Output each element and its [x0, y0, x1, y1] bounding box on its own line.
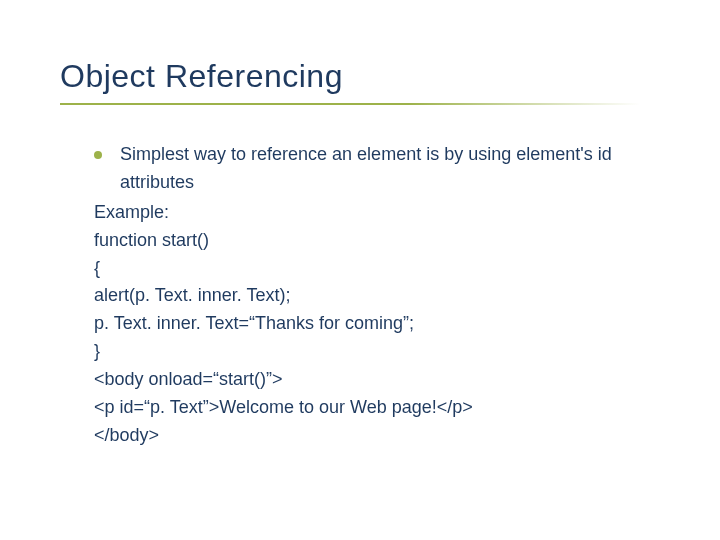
code-line: } [94, 338, 660, 366]
bullet-icon [94, 151, 102, 159]
title-underline [60, 103, 640, 105]
slide-content: Simplest way to reference an element is … [60, 141, 660, 450]
slide: Object Referencing Simplest way to refer… [0, 0, 720, 490]
code-line: </body> [94, 422, 660, 450]
code-line: <p id=“p. Text”>Welcome to our Web page!… [94, 394, 660, 422]
code-line: Example: [94, 199, 660, 227]
code-line: alert(p. Text. inner. Text); [94, 282, 660, 310]
code-line: { [94, 255, 660, 283]
bullet-text: Simplest way to reference an element is … [120, 141, 660, 197]
slide-title: Object Referencing [60, 58, 660, 95]
code-line: <body onload=“start()”> [94, 366, 660, 394]
bullet-item: Simplest way to reference an element is … [94, 141, 660, 197]
code-line: function start() [94, 227, 660, 255]
code-line: p. Text. inner. Text=“Thanks for coming”… [94, 310, 660, 338]
